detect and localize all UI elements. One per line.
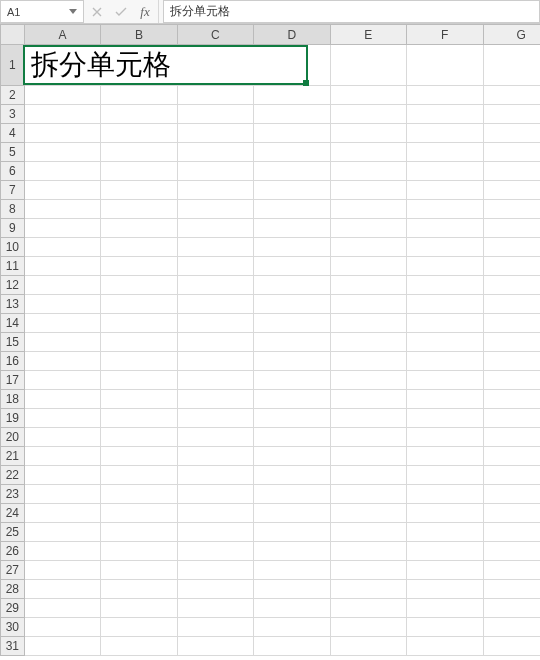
- cell[interactable]: [254, 143, 330, 162]
- cell[interactable]: [254, 295, 330, 314]
- cell[interactable]: [330, 200, 406, 219]
- cell[interactable]: [330, 466, 406, 485]
- cell[interactable]: [483, 428, 540, 447]
- cell[interactable]: [407, 219, 483, 238]
- cell[interactable]: [177, 105, 253, 124]
- cell[interactable]: [407, 409, 483, 428]
- cell[interactable]: [483, 276, 540, 295]
- cell[interactable]: [254, 276, 330, 295]
- cell[interactable]: [24, 523, 100, 542]
- cell[interactable]: [24, 124, 100, 143]
- cell[interactable]: [24, 314, 100, 333]
- cell[interactable]: [24, 561, 100, 580]
- cell[interactable]: [330, 181, 406, 200]
- cell[interactable]: [254, 485, 330, 504]
- cell[interactable]: [330, 618, 406, 637]
- cell[interactable]: [330, 523, 406, 542]
- cell[interactable]: [407, 599, 483, 618]
- cell[interactable]: [177, 637, 253, 656]
- cell[interactable]: [330, 352, 406, 371]
- cell[interactable]: [407, 504, 483, 523]
- cell[interactable]: [24, 181, 100, 200]
- cell[interactable]: [483, 447, 540, 466]
- cell[interactable]: [483, 105, 540, 124]
- cell[interactable]: [101, 162, 177, 181]
- cell[interactable]: [254, 523, 330, 542]
- row-header-3[interactable]: 3: [1, 105, 25, 124]
- cell[interactable]: [177, 409, 253, 428]
- spreadsheet-grid[interactable]: A B C D E F G 1 拆分单元格 2 3 4 5 6 7 8: [0, 24, 540, 656]
- cell[interactable]: [330, 504, 406, 523]
- cell[interactable]: [254, 86, 330, 105]
- cell[interactable]: [177, 162, 253, 181]
- cell[interactable]: [254, 447, 330, 466]
- cell[interactable]: [177, 200, 253, 219]
- cell[interactable]: [24, 219, 100, 238]
- col-header-A[interactable]: A: [24, 25, 100, 45]
- cell[interactable]: [330, 143, 406, 162]
- cell[interactable]: [177, 542, 253, 561]
- row-header-13[interactable]: 13: [1, 295, 25, 314]
- cell[interactable]: [330, 86, 406, 105]
- row-header-8[interactable]: 8: [1, 200, 25, 219]
- cell[interactable]: [177, 333, 253, 352]
- row-header-22[interactable]: 22: [1, 466, 25, 485]
- row-header-20[interactable]: 20: [1, 428, 25, 447]
- cell[interactable]: [177, 257, 253, 276]
- cell[interactable]: [177, 485, 253, 504]
- cell[interactable]: [254, 428, 330, 447]
- fx-icon[interactable]: fx: [138, 5, 152, 19]
- cell[interactable]: [24, 352, 100, 371]
- cell[interactable]: [101, 124, 177, 143]
- cell[interactable]: [483, 181, 540, 200]
- cell[interactable]: [483, 466, 540, 485]
- cell[interactable]: [24, 371, 100, 390]
- dropdown-caret-icon[interactable]: [69, 9, 77, 14]
- cell[interactable]: [177, 618, 253, 637]
- cell[interactable]: [254, 105, 330, 124]
- cell[interactable]: [483, 314, 540, 333]
- cell[interactable]: [330, 276, 406, 295]
- cell[interactable]: [483, 523, 540, 542]
- row-header-25[interactable]: 25: [1, 523, 25, 542]
- cell[interactable]: [24, 238, 100, 257]
- row-header-16[interactable]: 16: [1, 352, 25, 371]
- cell[interactable]: [254, 466, 330, 485]
- row-header-11[interactable]: 11: [1, 257, 25, 276]
- row-header-18[interactable]: 18: [1, 390, 25, 409]
- cell[interactable]: [330, 295, 406, 314]
- cell[interactable]: [330, 390, 406, 409]
- cell[interactable]: [483, 333, 540, 352]
- cell[interactable]: [330, 447, 406, 466]
- col-header-F[interactable]: F: [407, 25, 483, 45]
- row-header-4[interactable]: 4: [1, 124, 25, 143]
- cell[interactable]: [24, 428, 100, 447]
- cell-A1-merged[interactable]: 拆分单元格: [24, 45, 330, 86]
- cell[interactable]: [407, 162, 483, 181]
- cell[interactable]: [407, 200, 483, 219]
- cell[interactable]: [177, 428, 253, 447]
- cell[interactable]: [330, 485, 406, 504]
- cell[interactable]: [101, 295, 177, 314]
- cell[interactable]: [101, 428, 177, 447]
- row-header-6[interactable]: 6: [1, 162, 25, 181]
- cell[interactable]: [254, 162, 330, 181]
- cell[interactable]: [101, 580, 177, 599]
- cell[interactable]: [101, 409, 177, 428]
- cancel-icon[interactable]: [90, 5, 104, 19]
- cell[interactable]: [483, 618, 540, 637]
- cell[interactable]: [177, 276, 253, 295]
- cell[interactable]: [101, 542, 177, 561]
- cell[interactable]: [407, 143, 483, 162]
- cell-G1[interactable]: [483, 45, 540, 86]
- cell[interactable]: [101, 371, 177, 390]
- cell[interactable]: [330, 219, 406, 238]
- cell[interactable]: [177, 181, 253, 200]
- cell[interactable]: [101, 219, 177, 238]
- cell[interactable]: [483, 637, 540, 656]
- cell[interactable]: [24, 162, 100, 181]
- cell[interactable]: [24, 485, 100, 504]
- cell[interactable]: [483, 352, 540, 371]
- cell[interactable]: [101, 86, 177, 105]
- cell[interactable]: [407, 257, 483, 276]
